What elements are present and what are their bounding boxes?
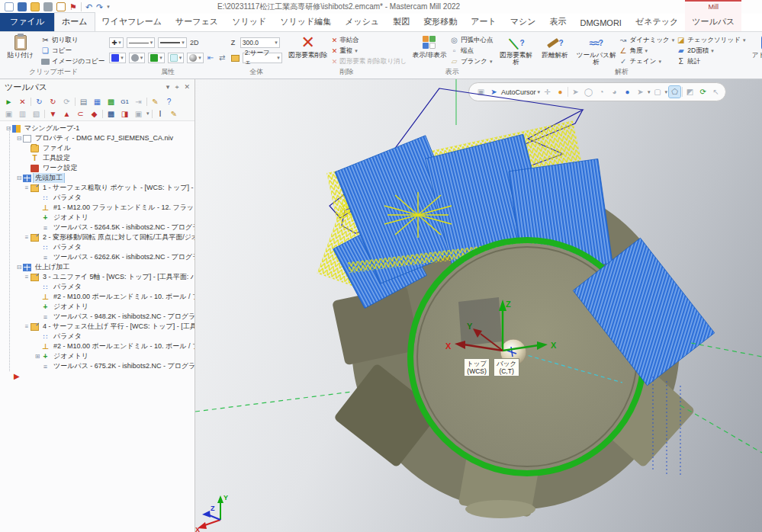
- show-hide-button[interactable]: 表示/非表示: [411, 34, 448, 59]
- undelete-button[interactable]: ✕図形要素 削除取り消し: [332, 56, 407, 66]
- tree-item-parameters[interactable]: ∷パラメタ: [0, 193, 195, 203]
- check-solid-button[interactable]: ◪チェックソリッド▾: [677, 35, 745, 45]
- arc-center-points-button[interactable]: ◎円弧中心点: [450, 35, 494, 45]
- line-width-combo[interactable]: ▾: [158, 37, 187, 48]
- mesh-color-swatch[interactable]: ▾: [168, 53, 185, 63]
- panel-menu-icon[interactable]: ▾: [166, 83, 170, 91]
- tab-surfaces[interactable]: サーフェス: [169, 13, 225, 31]
- tree-item-tool-settings[interactable]: T工具設定: [0, 153, 195, 163]
- paste-button[interactable]: 貼り付け: [2, 34, 39, 59]
- tree-item-toolpath-group-1[interactable]: ⊟先頭加工: [0, 173, 195, 183]
- tab-zenetec[interactable]: ゼネテック: [629, 13, 685, 31]
- point-style-combo[interactable]: ✚▾: [109, 37, 124, 48]
- machine-simulation-icon[interactable]: ▩: [105, 96, 117, 107]
- tree-item-toolpath-group-2[interactable]: ⊟仕上げ加工: [0, 262, 195, 272]
- blank-button[interactable]: ▱ブランク▾: [450, 56, 494, 66]
- analyze-toolpath-button[interactable]: ≈≈? ツールパス解析: [576, 34, 617, 66]
- redo-icon[interactable]: ↷: [96, 2, 103, 11]
- tree-item-stock-setup[interactable]: ワーク設定: [0, 163, 195, 173]
- tree-item-toolpath-file[interactable]: ≡ツールパス - 948.2K - ishibots2.NC - プログラム番号…: [0, 312, 195, 322]
- tab-file[interactable]: ファイル: [0, 13, 54, 31]
- backplot-icon[interactable]: ▤: [78, 96, 89, 107]
- level-combo[interactable]: 2:サーフェ▾: [243, 53, 282, 63]
- flag-icon[interactable]: ⚑: [69, 2, 77, 11]
- edit-toolpath-icon[interactable]: ✎: [169, 108, 180, 120]
- tree-item-geometry[interactable]: +ジオメトリ: [0, 302, 195, 312]
- move-insert-arrow-up-icon[interactable]: ▲: [61, 108, 72, 120]
- toggle-toolpath-display-icon[interactable]: ▥: [17, 108, 28, 120]
- tab-dmgmori[interactable]: DMGMORI: [574, 15, 629, 31]
- tree-item-tool[interactable]: ⊥#2 - M10.00 ボールエンドミル - 10. ボール / ブルノーズ …: [0, 341, 195, 351]
- tree-item-operation-4[interactable]: ≡4 - サーフェス仕上げ 平行 - [WCS: トップ] - [工具平面: バ…: [0, 322, 195, 332]
- tree-item-operation-2[interactable]: ≡2 - 変形移動/回転 原点に対して回転/工具平面/ジオメトリ: [0, 232, 195, 242]
- scene-canvas[interactable]: Z X X Y Y X Z: [195, 79, 762, 532]
- tree-item-properties[interactable]: ⊟プロパティ - DMG MC FJ_SIEMENS_CA.niv: [0, 133, 195, 143]
- panel-pin-icon[interactable]: ⌖: [175, 83, 178, 91]
- graphics-viewport[interactable]: ▣ ➤ AutoCursor ▾ ✛ ● ➤ ◯ ◔ ◕ ● ➤ ▾ ▢ ▾ ⬠…: [195, 79, 762, 532]
- analyze-dynamic-button[interactable]: ↝ダイナミック▾: [619, 35, 675, 45]
- statistics-button[interactable]: Σ統計: [677, 56, 745, 66]
- regenerate-all-icon[interactable]: ⟳: [61, 96, 72, 107]
- display-selected-toolpaths-icon[interactable]: ▩: [105, 108, 117, 120]
- tab-transform[interactable]: 変形移動: [416, 13, 464, 31]
- analyze-chain-button[interactable]: ✓チェイン▾: [619, 56, 675, 66]
- solid-color-swatch[interactable]: ▾: [129, 53, 146, 63]
- delete-non-associative-button[interactable]: ✕非結合: [332, 35, 407, 45]
- scroll-insert-arrow-icon[interactable]: ◆: [88, 108, 100, 120]
- match-attributes-icon[interactable]: ⇄: [218, 54, 227, 62]
- undo-icon[interactable]: ↶: [85, 2, 92, 11]
- tree-item-toolpath-file[interactable]: ≡ツールパス - 675.2K - ishibots2.NC - プログラム番号…: [0, 361, 195, 371]
- wireframe-color-swatch[interactable]: ▾: [109, 53, 126, 63]
- tree-item-toolpath-file[interactable]: ≡ツールパス - 6262.6K - ishibots2.NC - プログラム番…: [0, 252, 195, 262]
- 2d-3d-toggle[interactable]: 2D: [190, 39, 199, 46]
- help-icon[interactable]: ?: [163, 96, 175, 107]
- tree-item-parameters[interactable]: ∷パラメタ: [0, 242, 195, 252]
- tab-art[interactable]: アート: [464, 13, 503, 31]
- set-attributes-icon[interactable]: ⇤: [207, 54, 215, 62]
- regenerate-selected-icon[interactable]: ↻: [34, 96, 45, 107]
- display-associated-geometry-icon[interactable]: ◨: [119, 108, 130, 120]
- area-2d-button[interactable]: ▰2D面積▾: [677, 46, 745, 56]
- insert-arrow-row[interactable]: ▶: [0, 371, 195, 381]
- tree-item-parameters[interactable]: ∷パラメタ: [0, 332, 195, 341]
- tree-item-parameters[interactable]: ∷パラメタ: [0, 282, 195, 292]
- tab-mesh[interactable]: メッシュ: [338, 13, 386, 31]
- tree-item-machine-group[interactable]: ⊟マシングループ-1: [0, 123, 195, 133]
- edit-document-icon[interactable]: [56, 2, 66, 11]
- tree-item-geometry[interactable]: ⊞+ジオメトリ: [0, 351, 195, 361]
- open-file-icon[interactable]: [31, 2, 40, 11]
- material-swatch[interactable]: ▾: [187, 53, 204, 63]
- tab-view[interactable]: 表示: [543, 13, 574, 31]
- plane-label-back-ct[interactable]: バック (C,T): [494, 358, 519, 377]
- display-options-dropdown-icon[interactable]: ▾: [146, 111, 150, 117]
- analyze-entity-button[interactable]: ＼? 図形要素解析: [498, 34, 535, 66]
- tree-item-tool[interactable]: ⊥#2 - M10.00 ボールエンドミル - 10. ボール / ブルノーズ …: [0, 292, 195, 302]
- deselect-all-operations-icon[interactable]: ✕: [17, 96, 28, 107]
- copy-button[interactable]: ❏コピー: [41, 46, 104, 56]
- tab-toolpaths[interactable]: Mill ツールパス: [685, 13, 741, 31]
- toggle-posting-icon[interactable]: ▧: [31, 108, 42, 120]
- post-selected-icon[interactable]: G1: [119, 96, 130, 107]
- run-addin-button[interactable]: アドイン実行: [750, 34, 762, 66]
- plane-label-top-wcs[interactable]: トップ (WCS): [464, 358, 490, 377]
- delete-duplicates-button[interactable]: ✕重複▾: [332, 46, 407, 56]
- panel-close-icon[interactable]: ✕: [184, 83, 190, 91]
- z-depth-combo[interactable]: 300.0▾: [240, 37, 280, 48]
- delete-entities-button[interactable]: ✕ 図形要素削除: [287, 34, 330, 59]
- save-icon[interactable]: [18, 2, 27, 11]
- tab-solids[interactable]: ソリッド: [225, 13, 273, 31]
- move-insert-arrow-down-icon[interactable]: ▼: [47, 108, 59, 120]
- insert-arrow-special-icon[interactable]: ⊂: [75, 108, 86, 120]
- tab-home[interactable]: ホーム: [54, 12, 95, 31]
- analyze-angle-button[interactable]: ∠角度▾: [619, 46, 675, 56]
- tree-item-geometry[interactable]: +ジオメトリ: [0, 213, 195, 223]
- tab-machine[interactable]: マシン: [503, 13, 543, 31]
- print-icon[interactable]: [43, 2, 53, 11]
- endpoints-button[interactable]: ▫端点: [450, 46, 494, 56]
- cut-button[interactable]: ✂切り取り: [41, 35, 104, 45]
- tree-item-toolpath-file[interactable]: ≡ツールパス - 5264.5K - ishibots2.NC - プログラム番…: [0, 223, 195, 232]
- qat-customize-icon[interactable]: ▾: [107, 4, 110, 10]
- lock-operations-icon[interactable]: ▣: [3, 108, 14, 120]
- analyze-distance-button[interactable]: ? 距離解析: [537, 34, 574, 59]
- regenerate-invalid-icon[interactable]: ↻: [47, 96, 59, 107]
